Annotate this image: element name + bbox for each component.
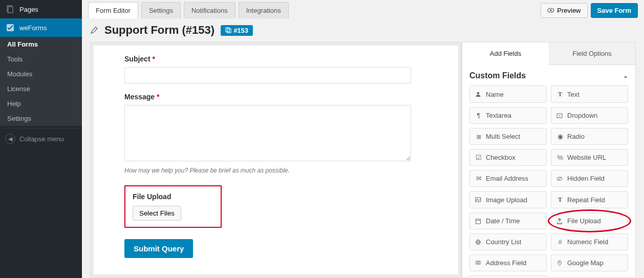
admin-sidebar: Pages weForms All Forms Tools Modules Li… — [0, 0, 82, 278]
field-type-label: Google Map — [567, 259, 604, 267]
image-icon — [475, 197, 482, 203]
field-type-image-upload[interactable]: Image Upload — [469, 191, 547, 208]
workspace: Subject * Message * How may we help you?… — [82, 42, 644, 278]
tab-settings[interactable]: Settings — [141, 2, 181, 18]
field-type-label: Dropdown — [567, 112, 597, 119]
submenu-settings[interactable]: Settings — [0, 111, 82, 126]
menu-label: weForms — [19, 24, 47, 32]
svg-rect-18 — [476, 261, 480, 264]
submenu-help[interactable]: Help — [0, 96, 82, 111]
field-type-email-address[interactable]: ✉Email Address — [469, 170, 547, 187]
upload-icon — [556, 218, 564, 224]
cal-icon — [475, 218, 482, 224]
panel-tab-add-fields[interactable]: Add Fields — [462, 42, 549, 65]
mail-icon: ✉ — [475, 175, 482, 182]
field-subject[interactable]: Subject * — [124, 55, 438, 83]
addr-icon — [475, 260, 482, 266]
field-type-textarea[interactable]: ¶Textarea — [469, 107, 547, 124]
field-type-step-start[interactable]: Step Start — [469, 275, 547, 278]
form-id-chip[interactable]: #153 — [221, 25, 253, 36]
field-message[interactable]: Message * How may we help you? Please be… — [124, 93, 438, 174]
field-type-label: Date / Time — [486, 217, 520, 225]
field-type-country-list[interactable]: Country List — [469, 233, 547, 250]
pages-icon — [5, 4, 15, 14]
field-type-name[interactable]: Name — [469, 85, 547, 103]
submenu-modules[interactable]: Modules — [0, 67, 82, 81]
editor-tabbar: Form Editor Settings Notifications Integ… — [82, 0, 644, 18]
subject-input[interactable] — [124, 67, 411, 83]
field-type-radio[interactable]: ◉Radio — [551, 128, 628, 145]
repeat-icon: T — [556, 196, 564, 204]
main-content: Form Editor Settings Notifications Integ… — [82, 0, 644, 278]
message-help-text: How may we help you? Please be brief as … — [124, 167, 438, 174]
field-type-dropdown[interactable]: Dropdown — [551, 107, 628, 124]
field-type-date-time[interactable]: Date / Time — [469, 212, 547, 229]
field-type-hidden-field[interactable]: Hidden Field — [551, 170, 628, 187]
hide-icon — [556, 176, 564, 182]
svg-point-21 — [559, 262, 560, 263]
form-canvas: Subject * Message * How may we help you?… — [94, 46, 458, 274]
field-file-upload[interactable]: File Upload Select Files — [124, 185, 222, 228]
tab-notifications[interactable]: Notifications — [184, 2, 235, 18]
pencil-icon — [90, 26, 98, 34]
preview-button[interactable]: Preview — [541, 3, 587, 18]
weforms-submenu: All Forms Tools Modules License Help Set… — [0, 37, 82, 126]
fields-panel: Add Fields Field Options Custom Fields ⌄… — [462, 42, 636, 278]
submenu-tools[interactable]: Tools — [0, 52, 82, 67]
svg-rect-13 — [476, 219, 481, 224]
submit-button[interactable]: Submit Query — [124, 239, 193, 258]
field-type-label: Radio — [567, 133, 585, 140]
field-type-repeat-field[interactable]: TRepeat Field — [551, 191, 628, 208]
menu-item-pages[interactable]: Pages — [0, 0, 82, 18]
field-grid: NameTText¶TextareaDropdown≣Multi Select◉… — [469, 85, 628, 278]
pin-icon — [556, 260, 564, 266]
field-type-website-url[interactable]: %Website URL — [551, 149, 628, 166]
field-type-label: Country List — [486, 238, 521, 246]
collapse-icon: ◀ — [5, 134, 15, 144]
field-type-label: Text — [567, 91, 579, 98]
panel-tab-field-options[interactable]: Field Options — [549, 42, 635, 65]
form-title[interactable]: Support Form (#153) — [104, 24, 214, 37]
eye-icon — [547, 7, 554, 14]
field-type-label: Hidden Field — [567, 175, 605, 182]
form-canvas-wrap: Subject * Message * How may we help you?… — [90, 42, 462, 278]
field-type-label: Repeat Field — [567, 196, 605, 204]
collapse-label: Collapse menu — [19, 135, 64, 143]
field-type-address-field[interactable]: Address Field — [469, 254, 547, 271]
field-type-label: Checkbox — [486, 154, 516, 161]
submenu-license[interactable]: License — [0, 81, 82, 96]
menu-item-weforms[interactable]: weForms — [0, 18, 82, 37]
para-icon: ¶ — [475, 112, 482, 119]
drop-icon — [556, 113, 564, 119]
field-type-label: Numeric Field — [567, 238, 608, 246]
select-files-button[interactable]: Select Files — [133, 206, 181, 221]
submenu-all-forms[interactable]: All Forms — [0, 37, 82, 52]
field-type-numeric-field[interactable]: #Numeric Field — [551, 233, 628, 250]
field-type-label: Address Field — [486, 259, 526, 267]
field-type-google-map[interactable]: Google Map — [551, 254, 628, 271]
copy-icon — [225, 27, 231, 33]
message-label: Message * — [124, 93, 438, 101]
check-icon: ☑ — [475, 154, 482, 161]
field-type-multi-select[interactable]: ≣Multi Select — [469, 128, 547, 145]
collapse-menu[interactable]: ◀ Collapse menu — [0, 128, 82, 149]
svg-point-7 — [477, 92, 480, 95]
form-id-value: #153 — [233, 27, 248, 34]
field-type-label: Textarea — [486, 112, 511, 119]
field-type-label: File Upload — [567, 217, 601, 225]
file-upload-label: File Upload — [133, 193, 213, 201]
field-type-file-upload[interactable]: File Upload — [551, 212, 628, 229]
save-form-button[interactable]: Save Form — [591, 3, 638, 18]
section-heading[interactable]: Custom Fields ⌄ — [469, 71, 628, 80]
message-textarea[interactable] — [124, 105, 411, 161]
field-type-checkbox[interactable]: ☑Checkbox — [469, 149, 547, 166]
tab-integrations[interactable]: Integrations — [239, 2, 289, 18]
required-mark: * — [152, 55, 155, 63]
tab-form-editor[interactable]: Form Editor — [88, 2, 138, 18]
field-type-label: Multi Select — [486, 133, 520, 140]
field-type-label: Name — [486, 91, 504, 98]
hash-icon: # — [556, 238, 564, 246]
radio-icon: ◉ — [556, 133, 564, 140]
form-titlebar: Support Form (#153) #153 — [82, 18, 644, 42]
field-type-text[interactable]: TText — [551, 85, 628, 103]
